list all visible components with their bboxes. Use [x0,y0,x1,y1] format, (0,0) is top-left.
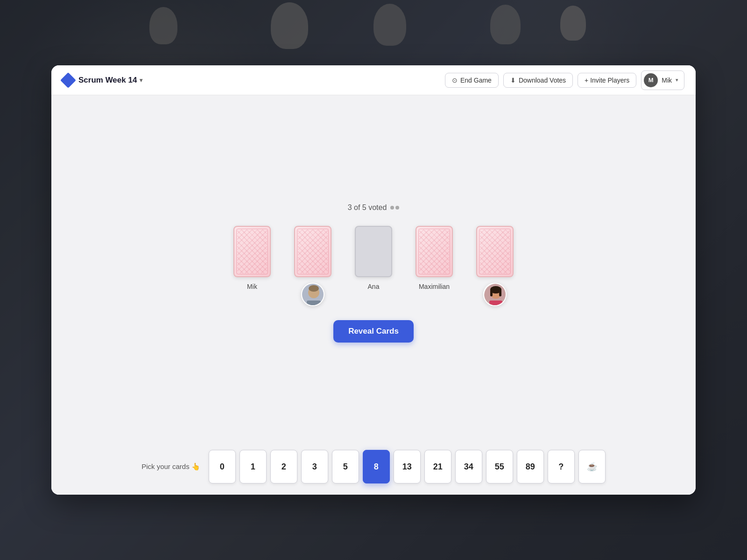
vote-status-text: 3 of 5 voted [348,203,387,212]
svg-rect-10 [499,290,501,296]
user-avatar: M [644,73,658,87]
pick-card-2[interactable]: 2 [270,450,297,483]
pick-card-34[interactable]: 34 [455,450,482,483]
header-left: Scrum Week 14 ▾ [63,75,142,86]
pick-card-0[interactable]: 0 [209,450,236,483]
download-votes-button[interactable]: ⬇ Download Votes [503,73,573,88]
end-game-button[interactable]: ⊙ End Game [445,73,499,88]
player-avatar-man [301,283,324,306]
player-avatar-woman [483,283,507,306]
card-picker: Pick your cards 👆 0123581321345589?☕ [51,441,696,495]
player-item-man [294,226,331,306]
svg-rect-11 [489,301,502,306]
end-game-label: End Game [460,77,492,84]
pick-card-5[interactable]: 5 [332,450,359,483]
pick-label: Pick your cards 👆 [141,462,200,471]
card-pattern-maximilian [419,230,449,273]
pick-card-3[interactable]: 3 [301,450,328,483]
pick-card-89[interactable]: 89 [517,450,544,483]
card-pattern-woman [480,230,510,273]
game-title-text: Scrum Week 14 [78,76,137,85]
main-modal: Scrum Week 14 ▾ ⊙ End Game ⬇ Download Vo… [51,65,696,495]
svg-rect-9 [490,290,493,296]
reveal-cards-button[interactable]: Reveal Cards [333,320,414,343]
player-name-ana: Ana [368,283,380,290]
players-row: Mik [233,226,514,306]
pick-card-q[interactable]: ? [548,450,575,483]
end-game-icon: ⊙ [452,77,458,84]
card-woman [476,226,514,277]
card-mik [233,226,271,277]
player-name-maximilian: Maximilian [419,283,450,290]
invite-players-button[interactable]: + Invite Players [578,73,636,88]
user-menu[interactable]: M Mik ▾ [641,70,684,90]
svg-point-4 [309,285,319,292]
card-pattern-man [298,230,328,273]
pick-card-21[interactable]: 21 [424,450,451,483]
pick-card-1[interactable]: 1 [240,450,267,483]
header: Scrum Week 14 ▾ ⊙ End Game ⬇ Download Vo… [51,65,696,95]
header-right: ⊙ End Game ⬇ Download Votes + Invite Pla… [445,70,684,90]
svg-rect-3 [307,301,321,306]
title-chevron-icon: ▾ [140,77,142,84]
logo-diamond-icon [60,72,76,88]
pick-card-55[interactable]: 55 [486,450,513,483]
vote-dots [390,206,399,210]
dot-2 [395,206,399,210]
main-content: 3 of 5 voted Mik [51,95,696,441]
dot-1 [390,206,394,210]
pick-card-8[interactable]: 8 [363,450,390,483]
download-votes-label: Download Votes [519,77,566,84]
player-name-mik: Mik [247,283,257,290]
cards-container: 0123581321345589?☕ [209,450,606,483]
card-man [294,226,331,277]
reveal-cards-label: Reveal Cards [348,327,399,336]
pick-card-13[interactable]: 13 [394,450,421,483]
user-chevron-icon: ▾ [676,77,678,83]
download-icon: ⬇ [510,77,516,84]
game-title[interactable]: Scrum Week 14 ▾ [78,76,142,85]
card-maximilian [416,226,453,277]
vote-status: 3 of 5 voted [348,203,400,212]
pick-card-coffee[interactable]: ☕ [578,450,606,483]
player-item-mik: Mik [233,226,271,290]
player-item-woman [476,226,514,306]
player-item-ana: Ana [355,226,392,290]
card-ana [355,226,392,277]
invite-players-label: + Invite Players [585,77,629,84]
player-item-maximilian: Maximilian [416,226,453,290]
user-name-label: Mik [662,77,672,84]
user-initial: M [648,77,654,84]
card-pattern-mik [237,230,267,273]
